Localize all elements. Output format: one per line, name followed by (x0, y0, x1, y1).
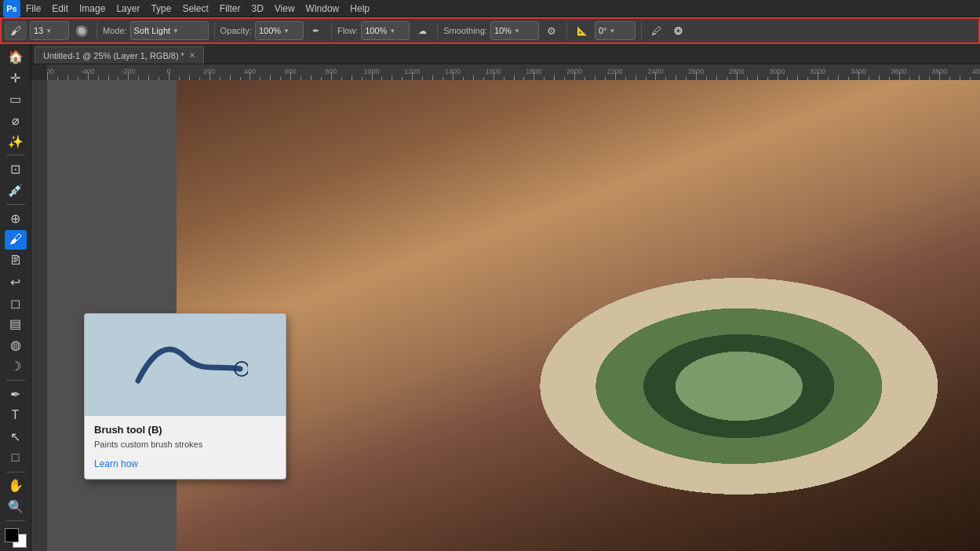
flow-dropdown[interactable]: 100% ▼ (361, 21, 410, 40)
menu-edit[interactable]: Edit (46, 2, 74, 16)
app-logo: Ps (3, 0, 20, 17)
angle-icon: 📐 (573, 21, 592, 40)
tooltip-learn-link[interactable]: Learn how (94, 458, 138, 469)
separator-1 (97, 22, 97, 39)
tool-shape[interactable]: □ (5, 448, 27, 468)
brush-tooltip: Brush tool (B) Paints custom brush strok… (84, 313, 286, 480)
menu-layer[interactable]: Layer (111, 2, 145, 16)
tool-brush[interactable]: 🖌 (5, 230, 27, 250)
tool-crop[interactable]: ⊡ (5, 159, 27, 179)
tool-home[interactable]: 🏠 (5, 47, 27, 67)
tool-hand[interactable]: ✋ (5, 476, 27, 495)
tooltip-description: Paints custom brush strokes (94, 439, 276, 451)
canvas-viewport[interactable]: Brush tool (B) Paints custom brush strok… (47, 80, 980, 551)
brush-preset-picker[interactable]: 🖌 (5, 21, 27, 40)
menu-3d[interactable]: 3D (246, 2, 268, 16)
menu-select[interactable]: Select (177, 2, 213, 16)
top-ruler: -600-400-2000200400600800100012001400160… (47, 64, 980, 80)
smoothing-settings-icon[interactable]: ⚙ (542, 21, 561, 40)
tooltip-preview (85, 314, 286, 416)
menu-file[interactable]: File (20, 2, 46, 16)
top-ruler-ticks: -600-400-2000200400600800100012001400160… (47, 64, 980, 80)
brush-stroke-preview (122, 326, 248, 404)
tool-dodge[interactable]: ☽ (5, 356, 27, 376)
airbrush-icon[interactable]: ☁ (413, 21, 432, 40)
left-toolbar: 🏠 ✛ ▭ ⌀ ✨ ⊡ 💉 ⊕ 🖌 🖹 ↩ ◻ ▤ ◍ ☽ ✒ T ↖ □ ✋ … (0, 44, 31, 551)
tool-move[interactable]: ✛ (5, 68, 27, 88)
tool-divider-1 (6, 155, 25, 155)
tool-lasso[interactable]: ⌀ (5, 111, 27, 130)
tool-type[interactable]: T (5, 406, 27, 425)
flow-label: Flow: (337, 26, 358, 35)
separator-5 (567, 22, 567, 39)
menu-help[interactable]: Help (344, 2, 375, 16)
tool-wand[interactable]: ✨ (5, 132, 27, 151)
menu-view[interactable]: View (269, 2, 301, 16)
separator-2 (214, 22, 215, 39)
tool-divider-3 (6, 380, 25, 381)
canvas-tab[interactable]: Untitled-1 @ 25% (Layer 1, RGB/8) * ✕ (35, 46, 204, 64)
menu-window[interactable]: Window (301, 2, 345, 16)
opacity-pen-icon[interactable]: ✒ (307, 21, 326, 40)
tool-divider-5 (6, 520, 25, 521)
foreground-color[interactable] (5, 528, 19, 542)
tooltip-title: Brush tool (B) (94, 424, 276, 436)
mode-dropdown[interactable]: Soft Light ▼ (130, 21, 209, 40)
tool-select-rect[interactable]: ▭ (5, 89, 27, 109)
tool-history[interactable]: ↩ (5, 272, 27, 292)
brush-toggle-btn[interactable]: 🔘 (72, 21, 91, 40)
tool-eyedropper[interactable]: 💉 (5, 181, 27, 200)
options-bar: 🖌 13 ▼ 🔘 Mode: Soft Light ▼ Opacity: 100… (0, 17, 980, 44)
menu-type[interactable]: Type (145, 2, 177, 16)
tab-bar: Untitled-1 @ 25% (Layer 1, RGB/8) * ✕ (31, 44, 980, 64)
ruler-corner (31, 64, 47, 80)
opacity-dropdown[interactable]: 100% ▼ (255, 21, 304, 40)
canvas-image (177, 80, 980, 551)
smoothing-dropdown[interactable]: 10% ▼ (490, 21, 539, 40)
tool-pen[interactable]: ✒ (5, 385, 27, 404)
menu-bar: Ps File Edit Image Layer Type Select Fil… (0, 0, 980, 17)
separator-6 (641, 22, 642, 39)
pressure-icon[interactable]: 🖊 (647, 21, 666, 40)
menu-filter[interactable]: Filter (214, 2, 246, 16)
symmetry-icon[interactable]: ❂ (669, 21, 688, 40)
separator-4 (437, 22, 438, 39)
mode-label: Mode: (103, 26, 127, 35)
canvas-area: Untitled-1 @ 25% (Layer 1, RGB/8) * ✕ -6… (31, 44, 980, 551)
tab-close[interactable]: ✕ (189, 51, 195, 60)
tool-eraser[interactable]: ◻ (5, 294, 27, 313)
tool-path-select[interactable]: ↖ (5, 427, 27, 447)
smoothing-label: Smoothing: (443, 26, 487, 35)
opacity-label: Opacity: (220, 26, 252, 35)
brush-size-dropdown[interactable]: 13 ▼ (30, 21, 69, 40)
tooltip-info: Brush tool (B) Paints custom brush strok… (85, 416, 286, 479)
tool-divider-2 (6, 204, 25, 205)
tool-gradient[interactable]: ▤ (5, 314, 27, 334)
tool-clone[interactable]: 🖹 (5, 251, 27, 271)
menu-image[interactable]: Image (74, 2, 111, 16)
tool-zoom[interactable]: 🔍 (5, 497, 27, 516)
eye-photo (177, 80, 980, 551)
tab-title: Untitled-1 @ 25% (Layer 1, RGB/8) * (43, 51, 184, 60)
angle-dropdown[interactable]: 0° ▼ (595, 21, 636, 40)
main-area: 🏠 ✛ ▭ ⌀ ✨ ⊡ 💉 ⊕ 🖌 🖹 ↩ ◻ ▤ ◍ ☽ ✒ T ↖ □ ✋ … (0, 44, 980, 551)
separator-3 (331, 22, 332, 39)
left-ruler (31, 80, 47, 551)
ruler-canvas-area: -600-400-2000200400600800100012001400160… (31, 64, 980, 551)
tool-heal[interactable]: ⊕ (5, 209, 27, 228)
color-swatches[interactable] (5, 528, 27, 548)
tool-divider-4 (6, 472, 25, 473)
tool-blur[interactable]: ◍ (5, 335, 27, 355)
